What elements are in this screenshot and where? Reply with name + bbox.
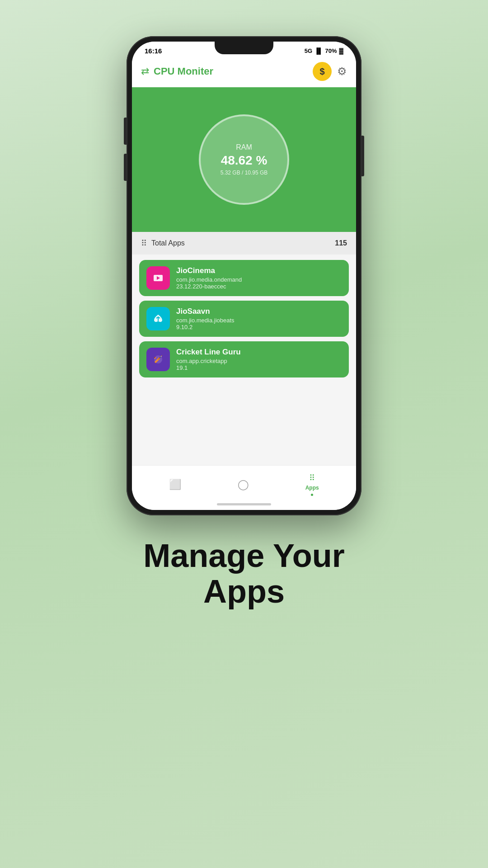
apps-icon: ⠿ [309, 473, 315, 483]
grid-icon: ⠿ [141, 238, 147, 248]
status-icons: 5G ▐▌ 70% ▓ [305, 47, 343, 54]
ram-label: RAM [236, 143, 252, 151]
apps-nav-label: Apps [305, 485, 319, 491]
tagline-line2: Apps [203, 573, 285, 609]
status-time: 16:16 [145, 47, 162, 55]
notch [215, 42, 273, 54]
signal-icon: 5G [305, 47, 312, 54]
app-title-section: ⇄ CPU Moniter [141, 66, 213, 77]
ram-section: RAM 48.62 % 5.32 GB / 10.95 GB [132, 87, 356, 232]
home-icon: ◯ [238, 479, 249, 491]
app-name: JioSaavn [176, 307, 235, 316]
list-item[interactable]: JioCinema com.jio.media.ondemand 23.12.2… [139, 260, 349, 296]
ram-percent: 48.62 % [221, 153, 267, 168]
nav-item-overview[interactable]: ⬜ [162, 477, 188, 492]
battery-icon: ▓ [339, 47, 343, 54]
app-title: CPU Moniter [154, 66, 213, 77]
nav-item-apps[interactable]: ⠿ Apps [298, 471, 326, 498]
app-info-cricket: Cricket Line Guru com.app.cricketapp 19.… [176, 348, 241, 371]
list-item[interactable]: 🏏 Cricket Line Guru com.app.cricketapp 1… [139, 341, 349, 377]
cpu-monitor-logo-icon: ⇄ [141, 66, 149, 77]
total-apps-label: Total Apps [151, 239, 185, 247]
app-icon-jiocinema [146, 266, 170, 290]
volume-up-button [124, 118, 127, 145]
app-icon-cricket: 🏏 [146, 348, 170, 371]
app-package: com.jio.media.jiobeats [176, 317, 235, 324]
app-package: com.jio.media.ondemand [176, 276, 242, 283]
phone-frame: 16:16 5G ▐▌ 70% ▓ ⇄ CPU Moniter $ ⚙ RAM [127, 36, 361, 515]
total-apps-bar: ⠿ Total Apps 115 [132, 232, 356, 255]
app-icon-jiosaavn [146, 307, 170, 330]
app-name: Cricket Line Guru [176, 348, 241, 357]
tagline-line1: Manage Your [143, 538, 344, 574]
settings-button[interactable]: ⚙ [337, 65, 347, 78]
app-list: JioCinema com.jio.media.ondemand 23.12.2… [132, 255, 356, 465]
app-info-jiocinema: JioCinema com.jio.media.ondemand 23.12.2… [176, 266, 242, 290]
app-version: 23.12.220-baeccec [176, 283, 242, 290]
app-version: 19.1 [176, 364, 241, 371]
tagline: Manage Your Apps [107, 538, 380, 609]
ram-circle: RAM 48.62 % 5.32 GB / 10.95 GB [199, 114, 289, 205]
app-header: ⇄ CPU Moniter $ ⚙ [132, 57, 356, 87]
battery-label: 70% [325, 47, 337, 54]
signal-bars-icon: ▐▌ [314, 47, 323, 54]
dollar-button[interactable]: $ [313, 62, 332, 81]
home-bar [217, 503, 271, 505]
app-package: com.app.cricketapp [176, 358, 241, 364]
home-indicator [132, 500, 356, 510]
power-button [361, 136, 364, 176]
total-apps-count: 115 [335, 239, 347, 247]
header-actions: $ ⚙ [313, 62, 347, 81]
svg-text:🏏: 🏏 [154, 355, 163, 363]
overview-icon: ⬜ [169, 479, 181, 491]
app-name: JioCinema [176, 266, 242, 275]
bottom-nav: ⬜ ◯ ⠿ Apps [132, 465, 356, 500]
nav-active-dot [311, 494, 313, 496]
list-item[interactable]: JioSaavn com.jio.media.jiobeats 9.10.2 [139, 301, 349, 337]
volume-down-button [124, 154, 127, 181]
app-info-jiosaavn: JioSaavn com.jio.media.jiobeats 9.10.2 [176, 307, 235, 330]
ram-detail: 5.32 GB / 10.95 GB [221, 170, 268, 176]
nav-item-home[interactable]: ◯ [230, 477, 256, 492]
app-version: 9.10.2 [176, 324, 235, 330]
phone-screen: 16:16 5G ▐▌ 70% ▓ ⇄ CPU Moniter $ ⚙ RAM [132, 42, 356, 510]
total-apps-left: ⠿ Total Apps [141, 238, 185, 248]
